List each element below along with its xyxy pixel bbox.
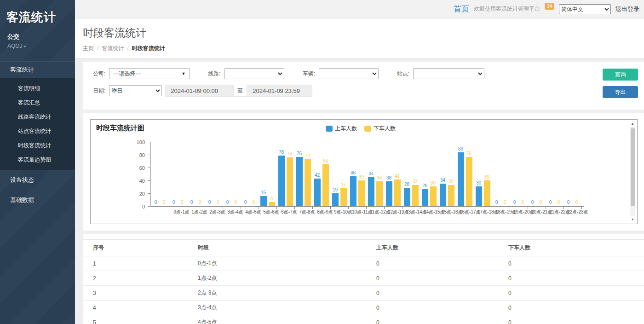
bar-上车人数[interactable] — [368, 177, 374, 206]
bar-group-9点-10点: 4264 — [312, 142, 330, 206]
sidebar-item-设备状态[interactable]: 设备状态 — [0, 170, 75, 190]
bar-上车人数[interactable] — [386, 181, 392, 206]
bar-value-label: 39 — [359, 174, 364, 180]
legend-entry-下车人数[interactable]: 下车人数 — [364, 125, 396, 133]
language-select[interactable]: 简体中文 — [559, 4, 611, 14]
bar-下车人数[interactable] — [430, 186, 437, 206]
table-row[interactable]: 10点-1点00 — [83, 256, 644, 271]
sidebar-item-基础数据[interactable]: 基础数据 — [0, 190, 75, 210]
chart-box: 时段车流统计图 上车人数下车人数 020406080100 0000000000… — [90, 119, 638, 224]
export-button[interactable]: 导出 — [603, 86, 638, 98]
bar-上车人数[interactable] — [458, 152, 464, 206]
bar-value-label: 0 — [540, 200, 542, 205]
sidebar-item-时段客流统计[interactable]: 时段客流统计 — [0, 139, 75, 153]
x-tick-label: 6点-7点 — [280, 209, 298, 215]
sidebar-item-线路客流统计[interactable]: 线路客流统计 — [0, 110, 75, 124]
breadcrumb-passenger-stats[interactable]: 客流统计 — [102, 45, 124, 52]
sidebar-item-站点客流统计[interactable]: 站点客流统计 — [0, 124, 75, 139]
bar-下车人数[interactable] — [466, 157, 472, 206]
date-end-input[interactable]: 2024-01-09 23:59 — [247, 85, 312, 97]
company-select[interactable]: ---请选择--- ▼ — [109, 68, 190, 79]
table-cell: 5 — [83, 315, 188, 324]
table-header-时段: 时段 — [188, 240, 366, 256]
table-cell: 0 — [366, 271, 498, 286]
bar-group-19点-20点: 00 — [492, 142, 510, 206]
legend-entry-上车人数[interactable]: 上车人数 — [326, 125, 357, 133]
sidebar-item-客流汇总[interactable]: 客流汇总 — [0, 96, 75, 110]
table-row[interactable]: 21点-2点00 — [83, 271, 644, 286]
table-cell: 2 — [83, 271, 188, 286]
bar-cell: 75 — [287, 142, 293, 206]
scrollbar-up-icon[interactable]: ▲ — [629, 121, 636, 127]
vehicle-select[interactable] — [319, 68, 379, 79]
bar-value-label: 30 — [476, 180, 481, 186]
bar-下车人数[interactable] — [484, 180, 490, 206]
bar-上车人数[interactable] — [260, 196, 267, 206]
sidebar-item-客流明细[interactable]: 客流明细 — [0, 81, 75, 96]
sidebar-section-passenger-stats[interactable]: 客流统计 — [0, 61, 75, 79]
bar-group-15点-16点: 2630 — [420, 142, 438, 206]
bar-上车人数[interactable] — [404, 188, 410, 206]
bar-上车人数[interactable] — [476, 186, 482, 206]
bar-下车人数[interactable] — [448, 185, 454, 206]
sidebar-item-客流量趋势图[interactable]: 客流量趋势图 — [0, 153, 75, 167]
bar-下车人数[interactable] — [287, 157, 293, 206]
bar-上车人数[interactable] — [278, 156, 285, 206]
table-row[interactable]: 32点-3点00 — [83, 286, 644, 301]
scrollbar-down-icon[interactable]: ▼ — [629, 217, 636, 222]
home-link[interactable]: 首页 — [454, 4, 469, 14]
bar-value-label: 83 — [458, 146, 463, 152]
bar-上车人数[interactable] — [332, 193, 339, 206]
bar-下车人数[interactable] — [412, 185, 419, 206]
user-dropdown[interactable]: AQGJ ▾ — [0, 41, 75, 56]
bar-cell: 0 — [556, 142, 562, 206]
bar-value-label: 0 — [495, 200, 498, 205]
date-label: 日期: — [93, 87, 105, 95]
bar-下车人数[interactable] — [394, 179, 401, 206]
chart-scrollbar[interactable]: ▲ ▼ — [629, 121, 636, 222]
bar-value-label: 27 — [341, 182, 346, 188]
bar-下车人数[interactable] — [305, 159, 311, 206]
bar-cell: 0 — [512, 142, 518, 206]
bar-下车人数[interactable] — [376, 181, 383, 206]
table-row[interactable]: 54点-5点00 — [83, 315, 644, 324]
station-select[interactable] — [413, 68, 484, 79]
bar-下车人数[interactable] — [269, 202, 275, 206]
breadcrumb-separator — [94, 45, 102, 52]
date-preset-select[interactable]: 昨日 — [109, 85, 162, 96]
date-start-input[interactable]: 2024-01-09 00:00 — [165, 85, 234, 97]
bar-cell: 32 — [412, 142, 419, 206]
logout-link[interactable]: 退出登录 — [615, 5, 639, 13]
bar-上车人数[interactable] — [422, 189, 428, 206]
bar-下车人数[interactable] — [358, 180, 365, 206]
x-tick-label: 16点-17点 — [460, 209, 477, 215]
bar-value-label: 0 — [575, 200, 578, 205]
bar-上车人数[interactable] — [440, 184, 446, 206]
x-tick-label: 0点-1点 — [172, 209, 190, 215]
bar-cell: 30 — [476, 142, 482, 206]
breadcrumb-home[interactable]: 主页 — [83, 45, 94, 52]
bar-上车人数[interactable] — [350, 176, 356, 206]
page-header: 时段客流统计 主页客流统计时段客流统计 — [75, 18, 644, 58]
scrollbar-track[interactable] — [630, 127, 635, 216]
bar-下车人数[interactable] — [340, 188, 347, 206]
query-button[interactable]: 查询 — [603, 69, 638, 81]
notification-badge[interactable]: 34 — [545, 3, 554, 10]
bar-value-label: 0 — [244, 200, 247, 205]
bar-value-label: 76 — [466, 151, 472, 156]
bar-cell: 76 — [466, 142, 472, 206]
bar-cell: 0 — [207, 142, 213, 206]
bar-group-16点-17点: 3432 — [438, 142, 456, 206]
bar-上车人数[interactable] — [296, 157, 303, 206]
bar-value-label: 0 — [217, 200, 219, 205]
line-select[interactable] — [224, 68, 284, 79]
table-row[interactable]: 43点-4点00 — [83, 301, 644, 315]
bar-cell: 0 — [224, 142, 231, 206]
bar-上车人数[interactable] — [314, 179, 321, 206]
y-tick-mark — [148, 168, 150, 168]
bar-value-label: 64 — [323, 158, 328, 164]
scrollbar-thumb[interactable] — [631, 128, 635, 206]
legend-label: 上车人数 — [335, 125, 357, 133]
chart-panel: 时段车流统计图 上车人数下车人数 020406080100 0000000000… — [83, 113, 644, 231]
bar-下车人数[interactable] — [322, 164, 329, 206]
